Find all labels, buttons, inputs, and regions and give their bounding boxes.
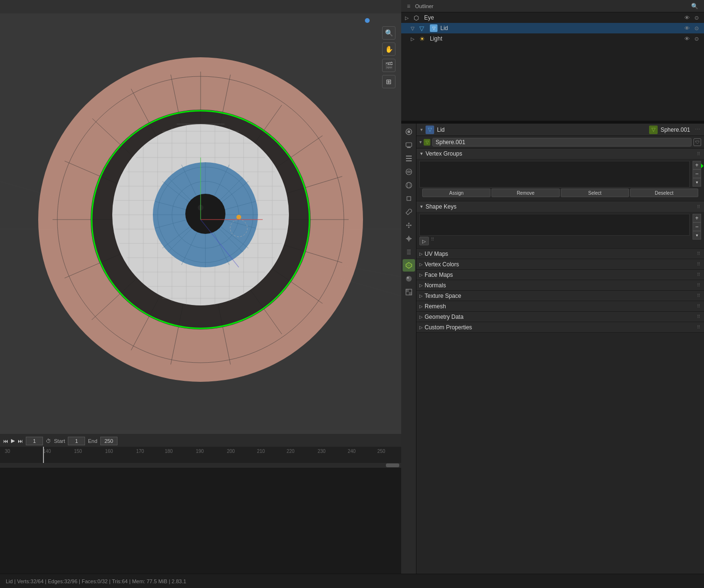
light-expand-arrow: ▷ (411, 36, 417, 42)
section-remesh[interactable]: ▷ Remesh ⠿ (416, 301, 704, 312)
svg-point-77 (185, 194, 225, 234)
ruler-mark-210: 210 (257, 449, 265, 454)
timeline-ruler[interactable]: 30 140 150 160 170 180 190 200 210 220 2… (0, 447, 401, 463)
vg-remove-sel-button[interactable]: Remove (491, 189, 560, 197)
light-select-icon[interactable]: ⊙ (693, 36, 700, 42)
section-custom-properties[interactable]: ▷ Custom Properties ⠿ (416, 322, 704, 333)
outliner-item-lid[interactable]: ▽ ▽ ▽ Lid 👁 ⊙ (401, 23, 704, 33)
mesh-name-text: Sphere.001 (436, 139, 465, 146)
tab-material[interactable] (403, 273, 415, 285)
sk-list[interactable] (419, 214, 690, 236)
ruler-mark-170: 170 (136, 449, 144, 454)
sk-side-buttons: + − ▾ (693, 214, 701, 240)
vg-select-button[interactable]: Select (561, 189, 629, 197)
header-dropdown-toggle[interactable]: ▾ (420, 127, 423, 132)
vc-triangle: ▷ (419, 262, 423, 267)
start-frame-input[interactable]: 1 (68, 437, 85, 445)
vg-deselect-button[interactable]: Deselect (630, 189, 698, 197)
vg-assign-button[interactable]: Assign (422, 189, 491, 197)
svg-rect-105 (409, 292, 412, 295)
shield-icon[interactable]: 🛡 (693, 138, 701, 146)
eye-label: Eye (424, 14, 681, 21)
header-lid-name: Lid (437, 126, 445, 133)
svg-point-95 (406, 225, 407, 226)
svg-rect-104 (406, 289, 409, 292)
tab-particles[interactable] (403, 219, 415, 231)
sk-expand-button[interactable]: ▷ (419, 237, 429, 245)
current-frame-input[interactable]: 1 (26, 437, 43, 445)
tab-physics[interactable] (403, 232, 415, 245)
sk-dots: ⠿ (431, 237, 435, 245)
tab-output[interactable] (403, 139, 415, 151)
outliner-item-light[interactable]: ▷ ☀ Light 👁 ⊙ (401, 33, 704, 44)
tab-scene[interactable] (403, 166, 415, 178)
section-texture-space[interactable]: ▷ Texture Space ⠿ (416, 291, 704, 301)
eye-vis-icons: 👁 ⊙ (683, 15, 700, 21)
section-face-maps[interactable]: ▷ Face Maps ⠿ (416, 270, 704, 280)
vg-add-button[interactable]: + (693, 161, 701, 169)
header-more-icon[interactable]: ⋯ (695, 126, 700, 133)
svg-point-79 (236, 215, 241, 220)
svg-rect-88 (406, 156, 412, 157)
eye-visibility-icon[interactable]: 👁 (683, 15, 691, 21)
ruler-mark-250: 250 (377, 449, 385, 454)
vg-list[interactable] (419, 161, 690, 188)
blue-indicator (365, 18, 370, 23)
start-label: Start (54, 438, 65, 444)
viewport[interactable]: 🔍 ✋ 🎬 ⊞ (0, 0, 401, 468)
vc-label: Vertex Colors (425, 261, 695, 268)
mesh-dropdown-toggle[interactable]: ▾ (419, 139, 422, 145)
shape-keys-header[interactable]: ▼ Shape Keys ⠿ (416, 201, 704, 212)
lid-visibility-icon[interactable]: 👁 (683, 25, 691, 32)
vertex-groups-header[interactable]: ▼ Vertex Groups ⠿ (416, 148, 704, 159)
tab-constraints[interactable] (403, 246, 415, 258)
tab-view-layer[interactable] (403, 152, 415, 165)
skip-start-button[interactable]: ⏮ (3, 438, 8, 444)
fm-label: Face Maps (425, 272, 695, 278)
scrollbar-thumb[interactable] (386, 463, 399, 467)
outliner-title: Outliner (415, 3, 686, 9)
move-tool[interactable]: ✋ (382, 42, 395, 56)
timeline-controls[interactable]: ⏮ ▶ ⏭ 1 ⏱ Start 1 End 250 (0, 433, 401, 448)
zoom-tool[interactable]: 🔍 (382, 26, 395, 40)
sk-add-button[interactable]: + (693, 214, 701, 222)
playhead-cursor[interactable] (43, 447, 44, 463)
light-visibility-icon[interactable]: 👁 (683, 36, 691, 42)
sk-triangle: ▼ (419, 204, 424, 209)
tab-render[interactable] (403, 126, 415, 138)
lid-expand-arrow: ▽ (411, 26, 417, 31)
lid-data-icon: ▽ (430, 24, 437, 32)
section-vertex-colors[interactable]: ▷ Vertex Colors ⠿ (416, 259, 704, 270)
vg-remove-button[interactable]: − (693, 169, 701, 178)
outliner-item-eye[interactable]: ▷ ⬡ Eye 👁 ⊙ (401, 12, 704, 23)
normals-label: Normals (425, 282, 695, 289)
camera-tool[interactable]: 🎬 (382, 59, 395, 72)
play-button[interactable]: ▶ (11, 438, 15, 444)
eye-select-icon[interactable]: ⊙ (693, 15, 700, 21)
timeline-scrollbar[interactable] (0, 463, 401, 468)
outliner-search-icon[interactable]: 🔍 (689, 2, 700, 10)
end-frame-input[interactable]: 250 (100, 437, 117, 445)
header-mesh-icon: ▽ (426, 126, 434, 134)
mesh-name-dropdown[interactable]: Sphere.001 (432, 138, 692, 147)
lid-label: Lid (440, 25, 681, 32)
tab-object-data[interactable] (403, 259, 415, 272)
vg-chevron-button[interactable]: ▾ (693, 178, 701, 187)
section-uv-maps[interactable]: ▷ UV Maps ⠿ (416, 249, 704, 259)
sk-chevron-button[interactable]: ▾ (693, 231, 701, 240)
vg-triangle: ▼ (419, 151, 424, 156)
light-vis-icons: 👁 ⊙ (683, 36, 700, 42)
outliner-filter-icon[interactable]: ≡ (405, 2, 412, 10)
tab-world[interactable] (403, 179, 415, 191)
tab-modifiers[interactable] (403, 206, 415, 218)
grid-tool[interactable]: ⊞ (382, 75, 395, 88)
tab-object[interactable] (403, 192, 415, 205)
sk-remove-button[interactable]: − (693, 222, 701, 231)
skip-end-button[interactable]: ⏭ (18, 438, 23, 444)
tab-texture[interactable] (403, 286, 415, 298)
section-geometry-data[interactable]: ▷ Geometry Data ⠿ (416, 312, 704, 322)
lid-select-icon[interactable]: ⊙ (693, 25, 700, 32)
sk-label: Shape Keys (426, 203, 695, 210)
section-normals[interactable]: ▷ Normals ⠿ (416, 280, 704, 291)
ruler-mark-240: 240 (348, 449, 356, 454)
